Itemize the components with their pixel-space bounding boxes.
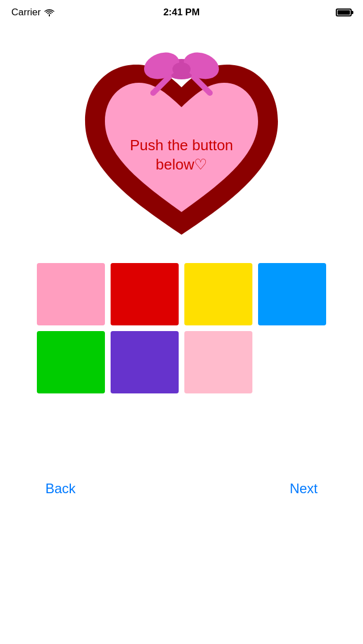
color-grid — [14, 263, 349, 393]
wifi-icon — [44, 9, 54, 16]
status-time: 2:41 PM — [163, 7, 200, 18]
carrier-text: Carrier — [11, 7, 41, 18]
color-button-yellow[interactable] — [184, 263, 252, 325]
next-button[interactable]: Next — [278, 475, 329, 502]
color-button-light-pink[interactable] — [184, 331, 252, 393]
status-bar: Carrier 2:41 PM — [0, 0, 363, 25]
heart-outer: Push the buttonbelow♡ — [74, 42, 289, 246]
color-button-green[interactable] — [37, 331, 105, 393]
color-button-blue[interactable] — [258, 263, 326, 325]
color-button-purple[interactable] — [111, 331, 179, 393]
carrier-info: Carrier — [11, 7, 54, 18]
color-button-pink[interactable] — [37, 263, 105, 325]
main-content: Push the buttonbelow♡ — [0, 25, 363, 393]
battery-indicator — [336, 9, 352, 16]
heart-container: Push the buttonbelow♡ — [62, 36, 301, 252]
nav-bar: Back Next — [0, 475, 363, 502]
battery-fill — [337, 10, 350, 15]
back-button[interactable]: Back — [34, 475, 87, 502]
heart-message: Push the buttonbelow♡ — [130, 136, 233, 175]
battery-icon — [336, 9, 352, 16]
color-button-red[interactable] — [111, 263, 179, 325]
svg-point-3 — [172, 62, 191, 76]
